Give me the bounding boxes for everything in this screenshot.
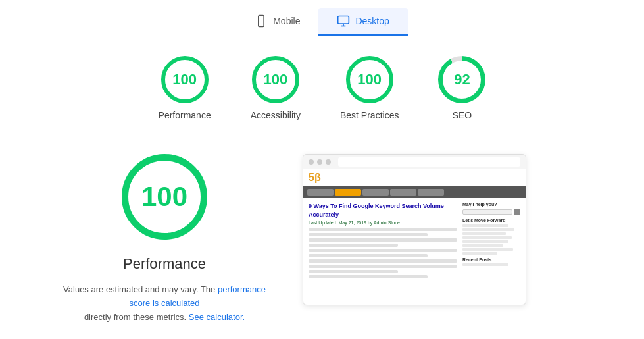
nav-item-4 xyxy=(390,189,416,196)
score-circle-performance: 100 xyxy=(161,56,209,103)
preview-sidebar-subtitle: Let's Move Forward xyxy=(462,218,520,222)
preview-logo-area: 5β xyxy=(303,169,526,186)
preview-line-9 xyxy=(309,270,398,273)
nav-item-5 xyxy=(418,189,444,196)
nav-item-3 xyxy=(362,189,389,196)
detail-title: Performance xyxy=(123,255,206,273)
preview-main-col: 9 Ways To Find Google Keyword Search Vol… xyxy=(309,202,457,280)
nav-item-1 xyxy=(307,189,334,196)
mobile-icon xyxy=(255,14,268,28)
preview-search-btn xyxy=(514,209,520,215)
right-panel: 5β 9 Ways To Find Google Keyword Search … xyxy=(303,154,605,305)
preview-article-title: 9 Ways To Find Google Keyword Search Vol… xyxy=(309,202,457,219)
desktop-icon xyxy=(337,14,350,28)
svg-rect-0 xyxy=(259,16,264,27)
browser-nav xyxy=(303,155,526,169)
detail-description: Values are estimated and may vary. The p… xyxy=(53,283,276,324)
browser-url-bar xyxy=(338,157,520,167)
preview-line-6 xyxy=(309,254,428,257)
big-score-circle: 100 xyxy=(122,154,207,240)
preview-line-1 xyxy=(309,228,457,231)
tab-mobile-label: Mobile xyxy=(273,16,300,26)
score-performance: 100 Performance xyxy=(159,56,211,120)
preview-logo: 5β xyxy=(309,172,321,184)
score-label-seo: SEO xyxy=(453,110,472,120)
browser-dot-2 xyxy=(317,159,322,165)
preview-line-7 xyxy=(309,259,457,263)
nav-item-2 xyxy=(335,189,361,196)
score-circle-accessibility: 100 xyxy=(252,56,299,103)
score-label-performance: Performance xyxy=(159,110,211,120)
preview-topbar xyxy=(303,186,526,198)
tab-mobile[interactable]: Mobile xyxy=(236,8,318,36)
score-seo: 92 SEO xyxy=(438,56,485,120)
browser-preview: 5β 9 Ways To Find Google Keyword Search … xyxy=(303,154,526,305)
svg-rect-2 xyxy=(338,16,349,24)
scores-row: 100 Performance 100 Accessibility 100 Be… xyxy=(0,36,644,134)
score-accessibility: 100 Accessibility xyxy=(251,56,301,120)
preview-line-3 xyxy=(309,238,457,242)
preview-line-10 xyxy=(309,275,428,278)
preview-search-input xyxy=(462,209,512,215)
preview-line-2 xyxy=(309,233,428,236)
preview-article-area: 9 Ways To Find Google Keyword Search Vol… xyxy=(303,198,526,284)
browser-dot-3 xyxy=(326,159,331,165)
tab-desktop-label: Desktop xyxy=(355,16,389,26)
score-circle-seo: 92 xyxy=(438,56,485,103)
preview-line-5 xyxy=(309,249,457,252)
preview-sidebar-title: May I help you? xyxy=(462,202,520,207)
preview-line-4 xyxy=(309,244,398,247)
left-panel: 100 Performance Values are estimated and… xyxy=(39,154,289,339)
preview-sidebar: May I help you? Let's Move Forward Recen… xyxy=(462,202,520,280)
score-label-best-practices: Best Practices xyxy=(340,110,399,120)
main-content: 100 Performance Values are estimated and… xyxy=(0,134,644,339)
preview-search-bar xyxy=(462,209,520,215)
preview-recent-title: Recent Posts xyxy=(462,257,520,262)
preview-article-meta: Last Updated: May 21, 2019 by Admin Ston… xyxy=(309,221,457,225)
calculator-link[interactable]: See calculator. xyxy=(189,312,245,322)
tab-bar: Mobile Desktop xyxy=(0,0,644,36)
browser-dot-1 xyxy=(309,159,314,165)
score-best-practices: 100 Best Practices xyxy=(340,56,399,120)
tab-desktop[interactable]: Desktop xyxy=(318,8,407,36)
score-circle-best-practices: 100 xyxy=(346,56,393,103)
score-label-accessibility: Accessibility xyxy=(251,110,301,120)
preview-line-8 xyxy=(309,265,457,268)
